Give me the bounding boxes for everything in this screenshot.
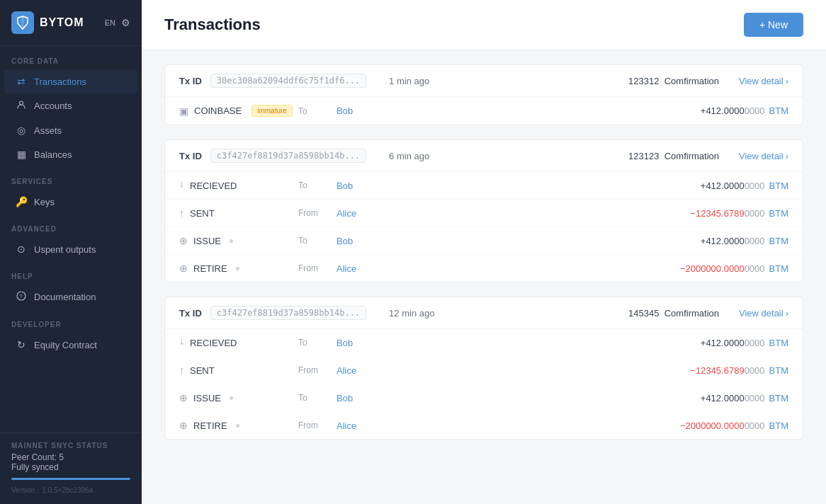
view-detail-link[interactable]: View detail › [739,76,788,86]
tx-amount: + 412.0000 0000 [701,181,765,191]
amount-decimal: 0000 [745,105,765,116]
tx-type: ▣ COINBASE immature [179,105,293,117]
settings-icon[interactable]: ⚙ [121,17,130,28]
tx-amount: − 2000000.0000 0000 [680,263,765,274]
tx-type-label: RECIEVED [190,338,237,348]
tx-confirm-num: 123312 [628,76,659,86]
amount-sign: − [690,208,696,219]
tx-type-label: RETIRE [193,263,227,274]
tx-card-2: Tx ID c3f427ef8819d37a8598bb14b... 12 mi… [164,297,803,440]
sidebar-item-keys[interactable]: 🔑 Keys [4,190,137,214]
tx-counterparty: Bob [336,393,353,403]
tx-counterparty: Bob [336,181,353,191]
svg-text:?: ? [19,293,23,299]
lang-badge: EN [105,18,115,27]
tx-id-label: Tx ID [179,76,202,86]
amount-main: 2000000.0000 [685,420,744,431]
view-detail-link[interactable]: View detail › [739,308,788,319]
section-label-help: HELP [0,261,142,285]
amount-main: 12345.6789 [696,208,745,219]
sidebar-item-documentation[interactable]: ? Documentation [4,285,137,309]
tx-currency: BTM [769,208,788,219]
tx-counterparty: Bob [336,105,353,116]
tx-row-1-3: ⊕ RETIRE From Alice − 2000000.0000 0000 … [165,255,803,282]
new-button[interactable]: + New [744,13,803,37]
balances-icon: ▦ [16,149,27,160]
tx-confirmations: 123312 Comfirmation [628,76,719,86]
tx-confirm-label: Comfirmation [664,308,719,319]
sent-icon: ↑ [179,365,184,376]
equity-icon: ↻ [16,339,27,350]
sidebar-item-accounts[interactable]: Accounts [4,93,137,118]
sync-bar-background [11,478,130,480]
status-dot [236,267,239,270]
sidebar-item-label: Balances [34,149,72,160]
section-label-services: SERVICES [0,166,142,190]
tx-currency: BTM [769,365,788,376]
amount-main: 412.0000 [706,236,744,246]
tx-counterparty: Alice [336,420,356,431]
tx-confirmations: 123123 Comfirmation [628,151,719,161]
chevron-right-icon: › [786,76,788,86]
tx-counterparty: Alice [336,263,356,274]
tx-currency: BTM [769,393,788,403]
tx-confirmations: 145345 Comfirmation [628,308,719,319]
tx-type: ⊕ ISSUE [179,235,293,246]
status-dot [230,396,233,400]
tx-type: ⊕ RETIRE [179,420,293,431]
sidebar-item-assets[interactable]: ◎ Assets [4,118,137,142]
logo-icon [11,11,34,34]
view-detail-link[interactable]: View detail › [739,151,788,161]
tx-direction: To [298,181,334,190]
transactions-icon: ⇄ [16,76,27,87]
tx-direction: To [298,236,334,246]
sidebar-item-equity[interactable]: ↻ Equity Contract [4,333,137,357]
tx-row-2-3: ⊕ RETIRE From Alice − 2000000.0000 0000 … [165,412,803,439]
logo-area: BYTOM EN ⚙ [0,0,142,46]
sidebar-item-label: Keys [34,197,55,207]
tx-time: 1 min ago [389,76,429,86]
amount-main: 412.0000 [706,338,744,348]
tx-counterparty: Bob [336,236,353,246]
sync-status: Fully synced [11,462,130,472]
tx-row-2-2: ⊕ ISSUE To Bob + 412.0000 0000 BTM [165,384,803,412]
tx-currency: BTM [769,338,788,348]
amount-sign: + [701,105,706,116]
sidebar-item-transactions[interactable]: ⇄ Transactions [4,69,137,93]
tx-direction: From [298,365,334,375]
amount-decimal: 0000 [745,181,765,191]
tx-amount: + 412.0000 0000 [701,105,765,116]
amount-decimal: 0000 [745,263,765,274]
amount-main: 412.0000 [706,105,744,116]
tx-time: 6 min ago [389,151,429,161]
sidebar-item-unspent[interactable]: ⊙ Uspent outputs [4,237,137,261]
assets-icon: ◎ [16,125,27,136]
amount-main: 412.0000 [706,181,744,191]
tx-currency: BTM [769,236,788,246]
sidebar-item-balances[interactable]: ▦ Balances [4,142,137,166]
amount-decimal: 0000 [745,208,765,219]
sidebar-item-label: Accounts [34,101,72,111]
logo-extras: EN ⚙ [105,17,130,28]
tx-id-label: Tx ID [179,308,202,319]
svg-point-0 [20,101,23,105]
main-header: Transactions + New [142,0,826,50]
tx-card-1: Tx ID c3f427ef8819d37a8598bb14b... 6 min… [164,139,803,282]
section-label-core: CORE DATA [0,46,142,69]
amount-main: 2000000.0000 [685,263,744,274]
tx-hash: c3f427ef8819d37a8598bb14b... [210,306,366,320]
tx-row-1-1: ↑ SENT From Alice − 12345.6789 0000 BTM [165,200,803,227]
tx-currency: BTM [769,181,788,191]
tx-counterparty: Alice [336,365,356,376]
tx-currency: BTM [769,420,788,431]
sync-bar-fill [11,478,130,480]
tx-type: ↑ SENT [179,207,293,219]
accounts-icon [16,100,27,112]
tx-type: ↑ RECIEVED [179,180,293,191]
sidebar-item-label: Uspent outputs [34,244,96,255]
section-label-advanced: ADVANCED [0,214,142,237]
chevron-right-icon: › [786,308,788,319]
tx-hash: c3f427ef8819d37a8598bb14b... [210,149,366,163]
tx-type-label: SENT [190,365,215,376]
issue-icon: ⊕ [179,392,188,403]
